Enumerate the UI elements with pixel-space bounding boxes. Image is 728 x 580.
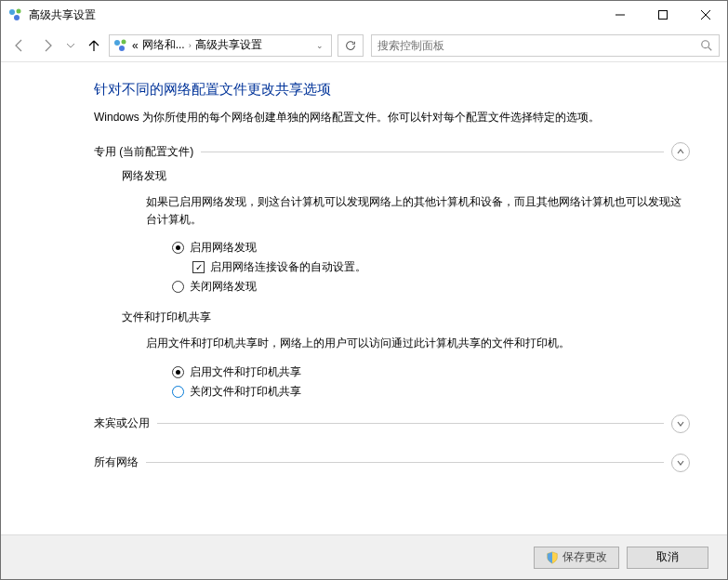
checkbox-auto-setup[interactable]: ✓ 启用网络连接设备的自动设置。 <box>146 259 690 275</box>
recent-dropdown[interactable] <box>62 33 79 59</box>
save-label: 保存更改 <box>563 549 607 565</box>
cancel-button[interactable]: 取消 <box>627 547 708 569</box>
svg-point-10 <box>702 40 709 47</box>
radio-icon <box>172 366 184 378</box>
section-label-guest: 来宾或公用 <box>94 415 150 431</box>
svg-point-9 <box>119 46 125 51</box>
chevron-right-icon[interactable]: › <box>189 41 192 50</box>
expand-button-all[interactable] <box>671 454 690 472</box>
title-bar: 高级共享设置 <box>1 1 727 29</box>
up-button[interactable] <box>81 33 107 59</box>
radio-label: 关闭网络发现 <box>190 279 257 295</box>
group-title-network-discovery: 网络发现 <box>122 168 690 184</box>
radio-enable-discovery[interactable]: 启用网络发现 <box>146 240 690 256</box>
radio-icon <box>172 386 184 398</box>
radio-disable-sharing[interactable]: 关闭文件和打印机共享 <box>146 384 690 400</box>
svg-rect-4 <box>659 11 668 20</box>
nav-bar: « 网络和... › 高级共享设置 ⌄ <box>1 29 727 62</box>
radio-icon <box>172 281 184 293</box>
divider <box>157 423 664 424</box>
network-discovery-desc: 如果已启用网络发现，则这台计算机可以发现网络上的其他计算机和设备，而且其他网络计… <box>146 193 690 229</box>
cancel-label: 取消 <box>656 549 679 565</box>
group-network-discovery: 网络发现 如果已启用网络发现，则这台计算机可以发现网络上的其他计算机和设备，而且… <box>94 168 690 295</box>
section-label-private: 专用 (当前配置文件) <box>94 144 193 160</box>
page-heading: 针对不同的网络配置文件更改共享选项 <box>94 81 690 99</box>
refresh-button[interactable] <box>338 34 364 57</box>
group-file-printer: 文件和打印机共享 启用文件和打印机共享时，网络上的用户可以访问通过此计算机共享的… <box>94 310 690 399</box>
group-title-file-printer: 文件和打印机共享 <box>122 310 690 325</box>
svg-point-2 <box>14 15 20 20</box>
radio-disable-discovery[interactable]: 关闭网络发现 <box>146 279 690 295</box>
svg-point-1 <box>17 9 21 14</box>
section-header-all[interactable]: 所有网络 <box>94 454 690 472</box>
radio-label: 启用网络发现 <box>190 240 257 256</box>
section-label-all: 所有网络 <box>94 455 139 470</box>
window-title: 高级共享设置 <box>29 7 96 23</box>
forward-button[interactable] <box>34 33 60 59</box>
radio-label: 启用文件和打印机共享 <box>190 364 301 380</box>
checkbox-label: 启用网络连接设备的自动设置。 <box>210 259 366 275</box>
radio-enable-sharing[interactable]: 启用文件和打印机共享 <box>146 364 690 380</box>
svg-point-7 <box>114 40 120 46</box>
svg-line-11 <box>708 46 712 50</box>
expand-button-guest[interactable] <box>671 415 690 433</box>
app-icon <box>8 7 23 22</box>
breadcrumb[interactable]: « 网络和... › 高级共享设置 ⌄ <box>109 34 332 57</box>
title-left: 高级共享设置 <box>8 7 96 23</box>
file-printer-desc: 启用文件和打印机共享时，网络上的用户可以访问通过此计算机共享的文件和打印机。 <box>146 335 690 352</box>
footer: 保存更改 取消 <box>1 534 727 579</box>
section-header-private[interactable]: 专用 (当前配置文件) <box>94 142 690 161</box>
divider <box>201 152 664 152</box>
collapse-button-private[interactable] <box>671 142 690 161</box>
section-header-guest[interactable]: 来宾或公用 <box>94 415 690 433</box>
maximize-button[interactable] <box>642 1 684 29</box>
breadcrumb-part1[interactable]: 网络和... <box>142 37 185 53</box>
svg-point-0 <box>9 9 15 15</box>
content-area: 针对不同的网络配置文件更改共享选项 Windows 为你所使用的每个网络创建单独… <box>1 62 727 534</box>
search-icon[interactable] <box>700 39 713 52</box>
checkbox-icon: ✓ <box>192 261 205 273</box>
close-button[interactable] <box>684 1 727 29</box>
shield-icon <box>546 551 559 564</box>
window-controls <box>599 1 727 29</box>
breadcrumb-dropdown[interactable]: ⌄ <box>312 41 327 50</box>
divider <box>146 462 664 463</box>
breadcrumb-prefix: « <box>132 39 139 52</box>
save-button[interactable]: 保存更改 <box>534 547 619 569</box>
radio-icon <box>172 242 184 254</box>
search-input[interactable] <box>377 39 700 52</box>
svg-point-8 <box>122 39 126 44</box>
breadcrumb-part2[interactable]: 高级共享设置 <box>195 37 262 53</box>
search-box[interactable] <box>371 34 720 57</box>
breadcrumb-icon <box>113 38 128 53</box>
radio-label: 关闭文件和打印机共享 <box>190 384 301 400</box>
back-button[interactable] <box>7 33 33 59</box>
minimize-button[interactable] <box>599 1 642 29</box>
page-description: Windows 为你所使用的每个网络创建单独的网络配置文件。你可以针对每个配置文… <box>94 110 690 125</box>
